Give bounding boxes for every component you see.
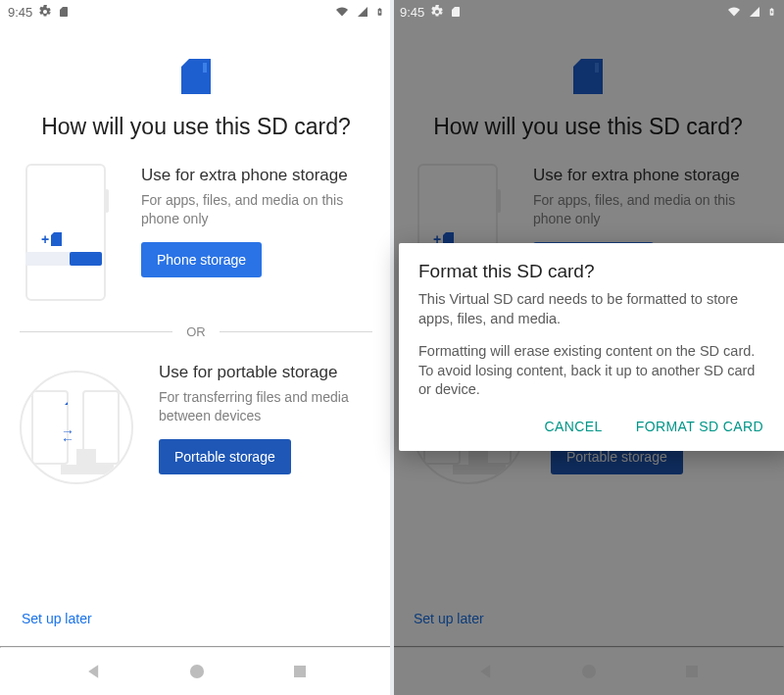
status-time: 9:45: [400, 5, 424, 20]
illustration-portable-storage: →←: [20, 361, 137, 488]
phone-storage-button[interactable]: Phone storage: [141, 242, 262, 277]
cancel-button[interactable]: CANCEL: [538, 418, 608, 435]
status-bar: 9:45: [392, 0, 784, 24]
battery-icon: [767, 5, 776, 19]
option-title: Use for portable storage: [159, 363, 372, 382]
gear-icon: [38, 5, 52, 19]
option-portable-storage: →← Use for portable storage For transfer…: [20, 353, 372, 508]
cell-signal-icon: [356, 6, 369, 18]
option-title: Use for extra phone storage: [141, 166, 372, 185]
option-desc: For transferring files and media between…: [159, 388, 372, 425]
illustration-phone-storage: +: [20, 164, 120, 301]
cell-signal-icon: [748, 6, 761, 18]
format-sdcard-button[interactable]: FORMAT SD CARD: [630, 418, 769, 435]
page-headline: How will you use this SD card?: [20, 114, 372, 140]
dialog-body: Formatting will erase existing content o…: [418, 342, 771, 400]
divider-or: OR: [20, 324, 372, 339]
nav-back-icon[interactable]: [84, 662, 104, 681]
setup-content: How will you use this SD card? + Use for…: [0, 24, 392, 646]
system-nav-bar: [0, 648, 392, 695]
phone-screen-right: 9:45: [392, 0, 784, 695]
option-phone-storage: + Use for extra phone storage For apps, …: [20, 156, 372, 321]
svg-rect-1: [294, 666, 306, 677]
wifi-icon: [726, 6, 742, 18]
dialog-title: Format this SD card?: [418, 261, 771, 282]
setup-later-link[interactable]: Set up later: [20, 605, 372, 640]
portable-storage-button[interactable]: Portable storage: [159, 439, 291, 474]
nav-recent-icon[interactable]: [291, 663, 309, 680]
wifi-icon: [334, 6, 350, 18]
sdcard-icon: [450, 5, 462, 19]
gear-icon: [430, 5, 444, 19]
sd-hero-icon: [181, 59, 211, 94]
option-desc: For apps, files, and media on this phone…: [141, 191, 372, 228]
svg-point-0: [190, 665, 204, 678]
format-sdcard-dialog: Format this SD card? This Virtual SD car…: [399, 243, 784, 451]
battery-icon: [375, 5, 384, 19]
nav-home-icon[interactable]: [187, 662, 207, 681]
phone-screen-left: 9:45: [0, 0, 392, 695]
dialog-body: This Virtual SD card needs to be formatt…: [418, 290, 771, 328]
status-time: 9:45: [8, 5, 32, 20]
status-bar: 9:45: [0, 0, 392, 24]
or-label: OR: [186, 324, 206, 339]
sdcard-icon: [58, 5, 70, 19]
